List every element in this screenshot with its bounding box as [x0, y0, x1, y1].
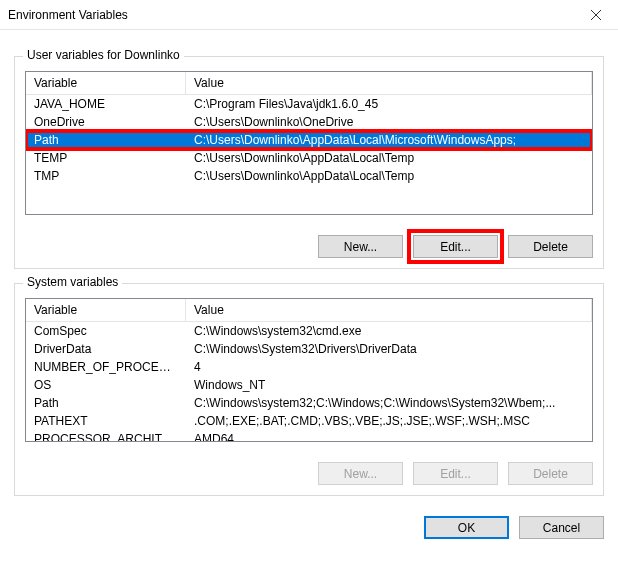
close-button[interactable]	[573, 0, 618, 30]
table-row[interactable]: TEMP C:\Users\Downlinko\AppData\Local\Te…	[26, 149, 592, 167]
dialog-button-row: OK Cancel	[0, 506, 618, 553]
table-row[interactable]: ComSpec C:\Windows\system32\cmd.exe	[26, 322, 592, 340]
user-button-row: New... Edit... Delete	[25, 235, 593, 258]
cell-variable: PROCESSOR_ARCHITECTURE	[26, 430, 186, 442]
cell-variable: JAVA_HOME	[26, 95, 186, 113]
column-header-value[interactable]: Value	[186, 299, 592, 321]
cell-value: Windows_NT	[186, 376, 592, 394]
cell-value: C:\Windows\system32;C:\Windows;C:\Window…	[186, 394, 592, 412]
column-header-variable[interactable]: Variable	[26, 72, 186, 94]
table-row[interactable]: OS Windows_NT	[26, 376, 592, 394]
table-row-selected[interactable]: Path C:\Users\Downlinko\AppData\Local\Mi…	[26, 131, 592, 149]
table-row[interactable]: PROCESSOR_ARCHITECTURE AMD64	[26, 430, 592, 442]
cell-value: C:\Users\Downlinko\AppData\Local\Temp	[186, 167, 592, 185]
table-row[interactable]: TMP C:\Users\Downlinko\AppData\Local\Tem…	[26, 167, 592, 185]
window-title: Environment Variables	[8, 8, 128, 22]
system-edit-button[interactable]: Edit...	[413, 462, 498, 485]
list-header: Variable Value	[26, 299, 592, 322]
table-row[interactable]: NUMBER_OF_PROCESSORS 4	[26, 358, 592, 376]
table-row[interactable]: JAVA_HOME C:\Program Files\Java\jdk1.6.0…	[26, 95, 592, 113]
table-row[interactable]: DriverData C:\Windows\System32\Drivers\D…	[26, 340, 592, 358]
system-button-row: New... Edit... Delete	[25, 462, 593, 485]
user-variables-group: User variables for Downlinko Variable Va…	[14, 56, 604, 269]
user-variables-list[interactable]: Variable Value JAVA_HOME C:\Program File…	[25, 71, 593, 215]
user-variables-label: User variables for Downlinko	[23, 48, 184, 62]
cell-variable: DriverData	[26, 340, 186, 358]
cell-value: AMD64	[186, 430, 592, 442]
cell-value: C:\Users\Downlinko\OneDrive	[186, 113, 592, 131]
cell-variable: PATHEXT	[26, 412, 186, 430]
close-icon	[591, 10, 601, 20]
user-delete-button[interactable]: Delete	[508, 235, 593, 258]
cell-variable: Path	[26, 131, 186, 149]
cell-value: .COM;.EXE;.BAT;.CMD;.VBS;.VBE;.JS;.JSE;.…	[186, 412, 592, 430]
table-row[interactable]: OneDrive C:\Users\Downlinko\OneDrive	[26, 113, 592, 131]
table-row[interactable]: PATHEXT .COM;.EXE;.BAT;.CMD;.VBS;.VBE;.J…	[26, 412, 592, 430]
system-variables-group: System variables Variable Value ComSpec …	[14, 283, 604, 496]
cell-value: C:\Users\Downlinko\AppData\Local\Microso…	[186, 131, 592, 149]
ok-button[interactable]: OK	[424, 516, 509, 539]
cancel-button[interactable]: Cancel	[519, 516, 604, 539]
system-variables-list[interactable]: Variable Value ComSpec C:\Windows\system…	[25, 298, 593, 442]
user-new-button[interactable]: New...	[318, 235, 403, 258]
cell-value: C:\Program Files\Java\jdk1.6.0_45	[186, 95, 592, 113]
cell-variable: OneDrive	[26, 113, 186, 131]
cell-value: C:\Windows\System32\Drivers\DriverData	[186, 340, 592, 358]
system-delete-button[interactable]: Delete	[508, 462, 593, 485]
cell-value: C:\Users\Downlinko\AppData\Local\Temp	[186, 149, 592, 167]
cell-variable: Path	[26, 394, 186, 412]
titlebar: Environment Variables	[0, 0, 618, 30]
column-header-value[interactable]: Value	[186, 72, 592, 94]
user-edit-button[interactable]: Edit...	[413, 235, 498, 258]
cell-value: 4	[186, 358, 592, 376]
cell-variable: TEMP	[26, 149, 186, 167]
system-new-button[interactable]: New...	[318, 462, 403, 485]
column-header-variable[interactable]: Variable	[26, 299, 186, 321]
system-variables-label: System variables	[23, 275, 122, 289]
cell-variable: NUMBER_OF_PROCESSORS	[26, 358, 186, 376]
cell-variable: ComSpec	[26, 322, 186, 340]
cell-value: C:\Windows\system32\cmd.exe	[186, 322, 592, 340]
table-row[interactable]: Path C:\Windows\system32;C:\Windows;C:\W…	[26, 394, 592, 412]
list-header: Variable Value	[26, 72, 592, 95]
cell-variable: TMP	[26, 167, 186, 185]
cell-variable: OS	[26, 376, 186, 394]
